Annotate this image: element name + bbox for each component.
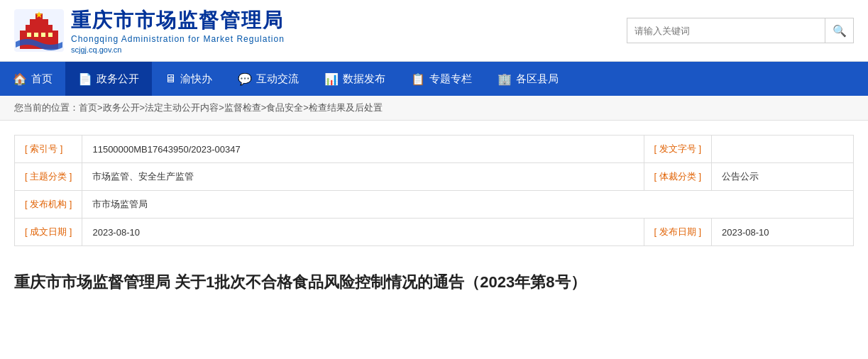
nav-label-yukuaiban: 渝快办 (180, 72, 212, 86)
nav-item-yukuaiban[interactable]: 🖥 渝快办 (152, 62, 225, 96)
meta-value-fabudate: 2023-08-10 (712, 219, 854, 246)
search-input[interactable] (627, 18, 825, 43)
breadcrumb-text: 您当前的位置：首页>政务公开>法定主动公开内容>监督检查>食品安全>检查结果及后… (14, 102, 383, 113)
nav-label-zhuanti: 专题专栏 (429, 72, 472, 86)
nav-label-hudong: 互动交流 (256, 72, 299, 86)
search-icon: 🔍 (833, 24, 847, 38)
search-button[interactable]: 🔍 (825, 18, 854, 43)
nav-item-home[interactable]: 🏠 首页 (0, 62, 65, 96)
doc-icon: 📄 (78, 72, 92, 86)
meta-value-suoyinhao: 11500000MB17643950/2023-00347 (82, 136, 644, 163)
meta-label-fawenzihao: [ 发文字号 ] (644, 136, 711, 163)
chat-icon: 💬 (238, 72, 252, 86)
nav-label-shuju: 数据发布 (343, 72, 385, 86)
meta-value-zhuti: 市场监管、安全生产监管 (82, 163, 644, 191)
meta-label-zhuti: [ 主题分类 ] (15, 163, 82, 191)
meta-value-ticai: 公告公示 (712, 163, 854, 191)
nav-item-zhuanti[interactable]: 📋 专题专栏 (398, 62, 485, 96)
nav-label-home: 首页 (31, 72, 53, 86)
list-icon: 📋 (411, 72, 425, 86)
nav-item-hudong[interactable]: 💬 互动交流 (225, 62, 312, 96)
site-title: 重庆市市场监督管理局 (71, 7, 285, 34)
search-area: 🔍 (627, 18, 854, 43)
meta-label-chengwen: [ 成文日期 ] (15, 219, 82, 246)
svg-rect-8 (48, 33, 53, 37)
monitor-icon: 🖥 (165, 72, 176, 85)
building-icon: 🏢 (498, 72, 512, 86)
svg-rect-7 (41, 33, 45, 37)
meta-row-2: [ 主题分类 ] 市场监管、安全生产监管 [ 体裁分类 ] 公告公示 (15, 163, 854, 191)
site-url: scjgj.cq.gov.cn (71, 45, 285, 54)
meta-value-fawenzihao (712, 136, 854, 163)
meta-value-chengwen: 2023-08-10 (82, 219, 644, 246)
meta-label-suoyinhao: [ 索引号 ] (15, 136, 82, 163)
site-header: 重庆市市场监督管理局 Chongqing Administration for … (0, 0, 868, 62)
main-nav: 🏠 首页 📄 政务公开 🖥 渝快办 💬 互动交流 📊 数据发布 📋 专题专栏 🏢… (0, 62, 868, 96)
meta-row-3: [ 发布机构 ] 市市场监管局 (15, 191, 854, 219)
logo-area: 重庆市市场监督管理局 Chongqing Administration for … (14, 7, 627, 54)
meta-table: [ 索引号 ] 11500000MB17643950/2023-00347 [ … (14, 135, 854, 246)
nav-item-shuju[interactable]: 📊 数据发布 (312, 62, 398, 96)
meta-label-ticai: [ 体裁分类 ] (644, 163, 711, 191)
nav-label-zhengwu: 政务公开 (97, 72, 139, 86)
nav-item-gequ[interactable]: 🏢 各区县局 (485, 62, 571, 96)
home-icon: 🏠 (13, 72, 27, 86)
article-title: 重庆市市场监督管理局 关于1批次不合格食品风险控制情况的通告（2023年第8号） (14, 263, 854, 294)
nav-item-zhengwu[interactable]: 📄 政务公开 (65, 62, 152, 96)
meta-label-fabu: [ 发布机构 ] (15, 191, 82, 219)
meta-label-fabudate: [ 发布日期 ] (644, 219, 711, 246)
logo-text: 重庆市市场监督管理局 Chongqing Administration for … (71, 7, 285, 54)
nav-label-gequ: 各区县局 (516, 72, 559, 86)
site-subtitle: Chongqing Administration for Market Regu… (71, 34, 285, 44)
svg-rect-5 (27, 33, 31, 37)
meta-value-fabu: 市市场监管局 (82, 191, 854, 219)
meta-row-1: [ 索引号 ] 11500000MB17643950/2023-00347 [ … (15, 136, 854, 163)
svg-rect-6 (34, 33, 38, 37)
meta-row-4: [ 成文日期 ] 2023-08-10 [ 发布日期 ] 2023-08-10 (15, 219, 854, 246)
main-content: [ 索引号 ] 11500000MB17643950/2023-00347 [ … (0, 121, 868, 308)
logo-icon (14, 9, 64, 52)
chart-icon: 📊 (324, 72, 339, 86)
breadcrumb: 您当前的位置：首页>政务公开>法定主动公开内容>监督检查>食品安全>检查结果及后… (0, 96, 868, 121)
